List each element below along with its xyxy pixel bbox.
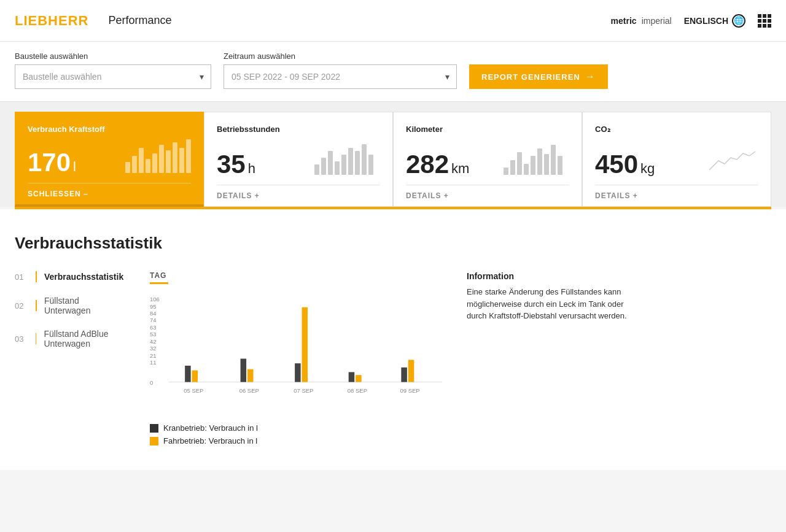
mini-bar [558,156,562,175]
filter-bar: Baustelle auswählen Baustelle auswählen … [0,42,786,102]
kpi-value-row: 170l [28,139,191,175]
svg-text:0: 0 [150,379,153,386]
kpi-card-km[interactable]: Kilometer 282km DETAILS + [393,112,582,207]
main-content: Verbrauchsstatistik 01 Verbrauchsstatist… [0,209,786,470]
svg-rect-24 [401,368,407,382]
kpi-card-title: Verbrauch Kraftstoff [28,125,191,134]
mini-bar [166,150,171,173]
svg-rect-19 [302,307,308,382]
kpi-card-action[interactable]: DETAILS + [406,185,569,206]
svg-rect-12 [185,366,191,382]
nav-item-label: Verbrauchsstatistik [44,272,123,282]
mini-bar [328,151,333,175]
period-select-wrapper: 05 SEP 2022 - 09 SEP 2022 [224,64,457,89]
kpi-unit: kg [640,161,655,176]
side-nav-item[interactable]: 02 Füllstand Unterwagen [15,296,125,315]
nav-item-divider [36,271,37,282]
mini-bar [139,148,144,173]
mini-chart [314,141,380,177]
kpi-action-label: SCHLIESSEN – [28,190,88,198]
site-select-wrapper: Baustelle auswählen [15,64,211,89]
svg-text:05 SEP: 05 SEP [184,387,203,394]
site-filter-group: Baustelle auswählen Baustelle auswählen [15,52,211,89]
logo-text: LIEBHERR [15,13,88,28]
unit-metric[interactable]: metric [611,16,637,26]
header: LIEBHERR Performance metric imperial ENG… [0,0,786,42]
svg-text:06 SEP: 06 SEP [239,387,259,394]
nav-item-divider [36,300,37,311]
legend-color [150,437,158,445]
mini-bar [517,152,522,175]
mini-bar [537,148,542,175]
kpi-value-row: 35h [217,139,380,177]
side-nav-item[interactable]: 03 Füllstand AdBlue Unterwagen [15,329,125,349]
kpi-card-action[interactable]: DETAILS + [595,185,758,206]
kpi-action-label: DETAILS + [595,191,638,200]
mini-bar [173,142,177,173]
kpi-value: 450kg [595,152,655,177]
arrow-icon: → [585,71,596,82]
mini-bar [375,141,380,175]
mini-bar [132,156,137,173]
svg-text:74: 74 [150,317,157,323]
svg-text:84: 84 [150,310,157,317]
mini-bar [564,141,569,175]
mini-chart [504,141,569,177]
mini-bar [524,164,529,175]
unit-imperial[interactable]: imperial [642,16,672,26]
kpi-value: 35h [217,152,255,177]
svg-rect-18 [295,363,301,382]
page-title: Performance [108,14,171,27]
period-select[interactable]: 05 SEP 2022 - 09 SEP 2022 [224,64,457,89]
site-filter-label: Baustelle auswählen [15,52,211,61]
mini-bar [314,164,319,175]
kpi-card-hours[interactable]: Betriebsstunden 35h DETAILS + [204,112,393,207]
mini-bar [504,168,508,175]
legend-label: Fahrbetrieb: Verbrauch in l [163,436,257,445]
site-select[interactable]: Baustelle auswählen [15,64,211,89]
kpi-card-title: Betriebsstunden [217,125,380,134]
info-title: Information [467,271,771,281]
nav-item-label: Füllstand Unterwagen [44,296,125,315]
svg-text:07 SEP: 07 SEP [294,387,313,394]
chart-tab-label: TAG [150,271,442,280]
apps-grid-icon[interactable] [758,14,771,28]
kpi-card-fuel[interactable]: Verbrauch Kraftstoff 170l SCHLIESSEN – [15,112,204,207]
content-grid: 01 Verbrauchsstatistik 02 Füllstand Unte… [15,271,771,445]
kpi-unit: h [248,161,255,176]
svg-text:42: 42 [150,338,157,345]
svg-text:11: 11 [150,359,157,366]
info-text: Eine starke Änderung des Füllstandes kan… [467,286,639,322]
mini-bar [186,139,191,173]
logo: LIEBHERR [15,13,88,29]
kpi-card-action[interactable]: DETAILS + [217,185,380,206]
chart-legend: Kranbetrieb: Verbrauch in l Fahrbetrieb:… [150,423,442,445]
legend-color [150,424,158,433]
side-nav-item[interactable]: 01 Verbrauchsstatistik [15,271,125,282]
globe-icon: 🌐 [732,14,745,28]
kpi-value-row: 282km [406,139,569,177]
language-selector[interactable]: ENGLISCH 🌐 [684,14,745,28]
svg-rect-13 [192,371,198,382]
kpi-unit: l [73,159,76,174]
svg-text:08 SEP: 08 SEP [348,387,367,394]
mini-chart [125,139,191,175]
report-button[interactable]: REPORT GENERIEREN → [469,64,608,89]
mini-bar [146,159,150,173]
mini-bar [510,160,515,175]
nav-item-divider [36,333,36,344]
mini-bar [152,153,157,173]
legend-item: Fahrbetrieb: Verbrauch in l [150,436,442,445]
mini-bar [355,151,360,175]
svg-rect-25 [408,360,414,382]
kpi-card-action[interactable]: SCHLIESSEN – [28,183,191,204]
kpi-card-co2[interactable]: CO₂ 450kg DETAILS + [582,112,771,207]
section-title: Verbrauchsstatistik [15,234,771,253]
mini-bar [531,156,535,175]
kpi-card-title: CO₂ [595,125,758,134]
kpi-value: 170l [28,150,76,175]
mini-bar [335,161,340,175]
mini-bar [125,162,130,173]
mini-bar [551,145,556,175]
report-button-label: REPORT GENERIEREN [481,72,580,82]
